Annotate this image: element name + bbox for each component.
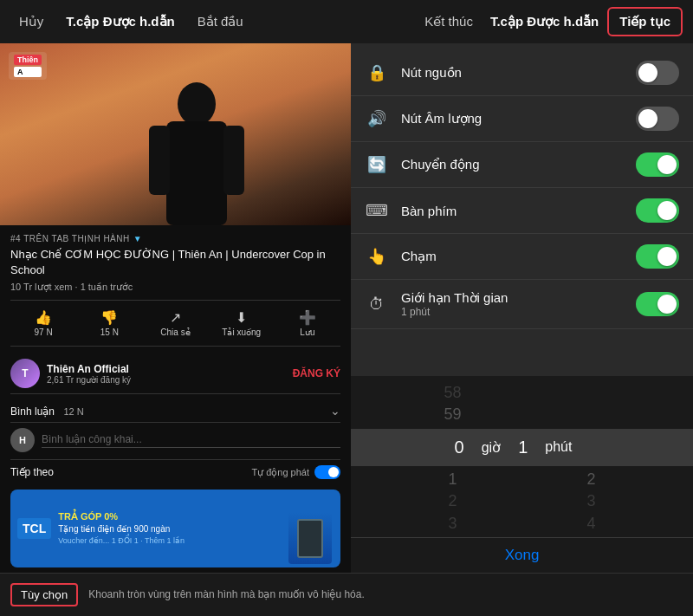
nav-left: Hủy T.cập Được h.dẫn Bắt đầu	[10, 9, 252, 35]
min-value[interactable]: 1	[518, 438, 528, 457]
dislike-icon: 👎	[100, 309, 118, 326]
autoplay-label: Tự động phát	[251, 467, 309, 478]
main-area: Thiên A #4 TRÊN TAB THỊNH HÀNH ▼ Nhạc Ch…	[0, 43, 693, 573]
comments-header: Bình luận 12 N ⌄	[10, 399, 340, 423]
settings-item-touch: 👆 Chạm	[351, 234, 693, 280]
settings-item-volume: 🔊 Nút Âm lượng	[351, 96, 693, 142]
hour-58: 58	[444, 383, 461, 403]
toggle-motion[interactable]	[636, 152, 679, 177]
autoplay-toggle[interactable]	[314, 465, 340, 479]
svg-rect-1	[166, 121, 227, 225]
subscribe-button[interactable]: ĐĂNG KÝ	[293, 367, 340, 379]
toggle-touch[interactable]	[636, 244, 679, 269]
like-icon: 👍	[35, 309, 52, 326]
video-title: Nhạc Chế CƠM HỌC ĐƯỜNG | Thiên An | Unde…	[10, 247, 340, 278]
hour-below-col: 1 2 3	[436, 470, 470, 534]
dislike-button[interactable]: 👎 15 N	[76, 306, 142, 340]
save-button[interactable]: ➕ Lưu	[275, 306, 340, 340]
comments-title: Bình luận	[10, 405, 55, 418]
share-icon: ↗	[170, 309, 181, 326]
dislike-count: 15 N	[100, 327, 119, 337]
video-thumbnail[interactable]: Thiên A	[0, 43, 351, 225]
right-panel: 🔒 Nút nguồn 🔊 Nút Âm lượng 🔄 Chuyển động	[351, 43, 693, 573]
up-next-label: Tiếp theo	[10, 466, 54, 478]
share-label: Chia sẻ	[160, 327, 190, 337]
ad-banner: TCL TRẢ GÓP 0% Tặng tiền điện đến 900 ng…	[10, 490, 340, 567]
channel-row: T Thiên An Official 2,61 Tr người đăng k…	[10, 353, 340, 394]
setting-label-power: Nút nguồn	[401, 65, 624, 81]
min-unit: phút	[545, 439, 572, 455]
left-panel: Thiên A #4 TRÊN TAB THỊNH HÀNH ▼ Nhạc Ch…	[0, 43, 351, 573]
toggle-timelimit[interactable]	[636, 292, 679, 316]
badge-red: Thiên	[14, 55, 42, 65]
download-button[interactable]: ⬇ Tải xuống	[209, 306, 275, 340]
like-count: 97 N	[35, 327, 53, 337]
keyboard-icon: ⌨	[365, 201, 389, 220]
comment-input[interactable]: Bình luận công khai...	[42, 433, 340, 448]
nav-title-left: T.cập Được h.dẫn	[66, 14, 174, 29]
share-button[interactable]: ↗ Chia sẻ	[142, 306, 208, 340]
video-actions: 👍 97 N 👎 15 N ↗ Chia sẻ ⬇ Tải xuống ➕	[10, 300, 340, 347]
settings-item-timelimit: ⏱ Giới hạn Thời gian 1 phút	[351, 280, 693, 329]
setting-label-touch: Chạm	[401, 249, 624, 264]
save-icon: ➕	[299, 309, 316, 326]
toggle-power[interactable]	[636, 61, 679, 85]
toggle-volume[interactable]	[636, 107, 679, 131]
video-info: #4 TRÊN TAB THỊNH HÀNH ▼ Nhạc Chế CƠM HỌ…	[0, 225, 351, 573]
timelimit-icon: ⏱	[365, 295, 389, 314]
min-above-col	[574, 383, 609, 425]
below-1-right: 2	[586, 470, 595, 490]
channel-avatar: T	[10, 359, 40, 388]
setting-label-volume: Nút Âm lượng	[401, 111, 624, 126]
setting-label-keyboard: Bàn phím	[401, 204, 624, 218]
comments-count: 12 N	[64, 406, 84, 417]
hour-59: 59	[444, 405, 461, 425]
volume-icon: 🔊	[365, 109, 389, 128]
cancel-button[interactable]: Hủy	[10, 9, 52, 35]
badge-white: A	[14, 67, 42, 77]
bottom-bar: Tùy chọn Khoanh tròn vùng trên màn hình …	[0, 573, 693, 616]
time-selected-bar: 0 giờ 1 phút	[351, 429, 693, 466]
min-below-col: 2 3 4	[574, 470, 609, 534]
svg-point-0	[178, 82, 216, 126]
time-above-numbers: 58 59	[351, 383, 693, 429]
timelimit-sublabel: 1 phút	[401, 306, 624, 318]
time-picker: 58 59 0 giờ 1 phút 1 2	[351, 376, 693, 573]
ad-logo: TCL	[17, 518, 51, 539]
motion-icon: 🔄	[365, 155, 389, 174]
done-button[interactable]: Xong	[505, 547, 540, 564]
download-label: Tải xuống	[222, 327, 261, 337]
video-badge: Thiên A	[9, 52, 47, 80]
like-button[interactable]: 👍 97 N	[10, 306, 76, 340]
toggle-keyboard[interactable]	[636, 198, 679, 223]
below-3-left: 3	[448, 514, 457, 534]
start-button[interactable]: Bắt đầu	[189, 9, 252, 35]
settings-item-power: 🔒 Nút nguồn	[351, 50, 693, 96]
end-button[interactable]: Kết thúc	[416, 9, 482, 35]
hour-above-col: 58 59	[436, 383, 470, 425]
continue-button[interactable]: Tiếp tục	[607, 7, 683, 36]
comment-input-row: H Bình luận công khai...	[10, 428, 340, 452]
top-nav: Hủy T.cập Được h.dẫn Bắt đầu Kết thúc T.…	[0, 0, 693, 43]
download-icon: ⬇	[236, 309, 247, 326]
nav-title-right: T.cập Được h.dẫn	[490, 14, 599, 29]
channel-left: T Thiên An Official 2,61 Tr người đăng k…	[10, 359, 131, 388]
channel-subs: 2,61 Tr người đăng ký	[47, 375, 131, 385]
save-label: Lưu	[300, 327, 314, 337]
power-icon: 🔒	[365, 63, 389, 82]
hint-text: Khoanh tròn vùng trên màn hình mà bạn mu…	[88, 587, 365, 602]
expand-icon[interactable]: ⌄	[330, 404, 340, 418]
ad-content: TRẢ GÓP 0% Tặng tiền điện đến 900 ngàn V…	[58, 510, 185, 547]
settings-item-keyboard: ⌨ Bàn phím	[351, 188, 693, 234]
settings-item-motion: 🔄 Chuyển động	[351, 142, 693, 188]
trending-label: #4 TRÊN TAB THỊNH HÀNH ▼	[10, 234, 340, 243]
autoplay-row: Tự động phát	[251, 465, 340, 479]
setting-label-timelimit: Giới hạn Thời gian 1 phút	[401, 290, 624, 318]
options-button[interactable]: Tùy chọn	[10, 583, 78, 606]
nav-right: Kết thúc T.cập Được h.dẫn Tiếp tục	[416, 7, 683, 36]
hour-value[interactable]: 0	[455, 438, 464, 457]
below-1-left: 1	[448, 470, 457, 490]
ad-product-image	[288, 512, 332, 564]
svg-rect-3	[223, 126, 244, 195]
up-next-row: Tiếp theo Tự động phát	[10, 459, 340, 484]
